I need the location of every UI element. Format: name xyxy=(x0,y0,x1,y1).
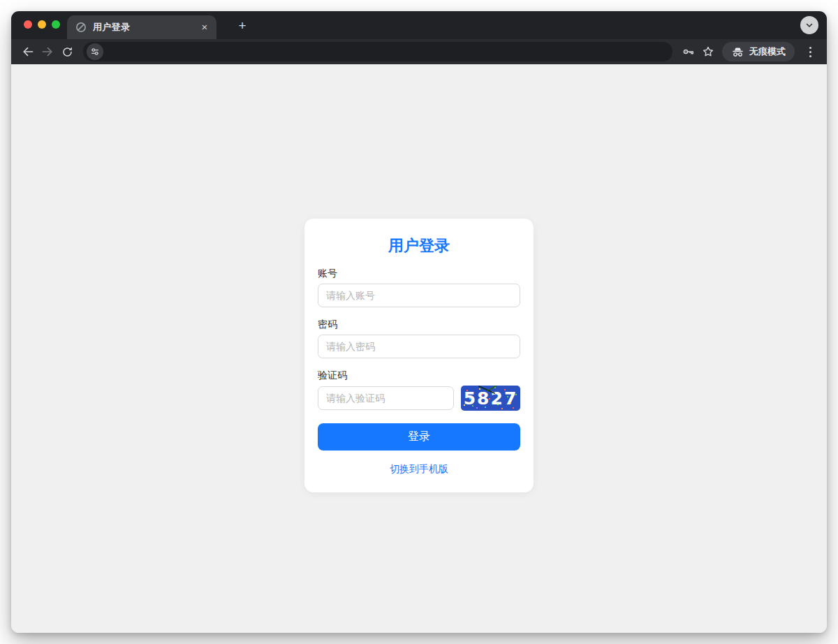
address-bar[interactable] xyxy=(83,42,672,61)
login-card: 用户登录 账号 密码 验证码 5827 登录 切换到手机版 xyxy=(304,219,534,492)
incognito-icon xyxy=(731,45,744,59)
forward-button[interactable] xyxy=(38,42,57,61)
password-label: 密码 xyxy=(318,319,520,330)
new-tab-button[interactable]: + xyxy=(233,17,251,35)
forward-arrow-icon xyxy=(41,45,54,59)
page-title: 用户登录 xyxy=(318,235,520,256)
tune-sliders-icon xyxy=(90,47,100,57)
close-window-button[interactable] xyxy=(24,20,32,29)
password-manager-button[interactable] xyxy=(679,42,698,61)
tab-title: 用户登录 xyxy=(93,21,198,34)
back-arrow-icon xyxy=(21,45,35,59)
switch-to-mobile-link[interactable]: 切换到手机版 xyxy=(318,463,520,474)
star-icon xyxy=(701,45,715,59)
tab-strip: 用户登录 × + xyxy=(11,11,827,39)
incognito-label: 无痕模式 xyxy=(749,45,786,58)
browser-toolbar: 无痕模式 xyxy=(11,39,827,64)
captcha-noise xyxy=(461,386,462,387)
tab-strip-chevron-button[interactable] xyxy=(800,16,818,34)
site-settings-button[interactable] xyxy=(87,43,103,60)
reload-icon xyxy=(61,45,74,59)
password-input[interactable] xyxy=(318,335,520,358)
default-page-favicon-icon xyxy=(75,22,87,33)
incognito-badge[interactable]: 无痕模式 xyxy=(722,42,795,61)
browser-menu-button[interactable] xyxy=(800,42,820,61)
login-button[interactable]: 登录 xyxy=(318,423,520,451)
back-button[interactable] xyxy=(18,42,38,61)
page-background: 用户登录 账号 密码 验证码 5827 登录 切换到手机版 xyxy=(11,64,827,633)
bookmark-button[interactable] xyxy=(698,42,718,61)
chevron-down-icon xyxy=(804,20,815,31)
captcha-image[interactable]: 5827 xyxy=(461,386,520,411)
window-controls xyxy=(24,20,60,29)
three-dot-menu-icon xyxy=(809,47,811,57)
key-icon xyxy=(682,45,696,59)
browser-tab[interactable]: 用户登录 × xyxy=(67,15,216,39)
browser-window: 用户登录 × + xyxy=(11,11,827,633)
account-label: 账号 xyxy=(318,268,520,279)
captcha-label: 验证码 xyxy=(318,369,520,381)
close-tab-icon[interactable]: × xyxy=(198,21,211,34)
captcha-row: 5827 xyxy=(318,386,520,411)
captcha-input[interactable] xyxy=(318,386,454,410)
maximize-window-button[interactable] xyxy=(52,20,60,29)
minimize-window-button[interactable] xyxy=(38,20,46,29)
reload-button[interactable] xyxy=(57,42,77,61)
account-input[interactable] xyxy=(318,284,520,307)
